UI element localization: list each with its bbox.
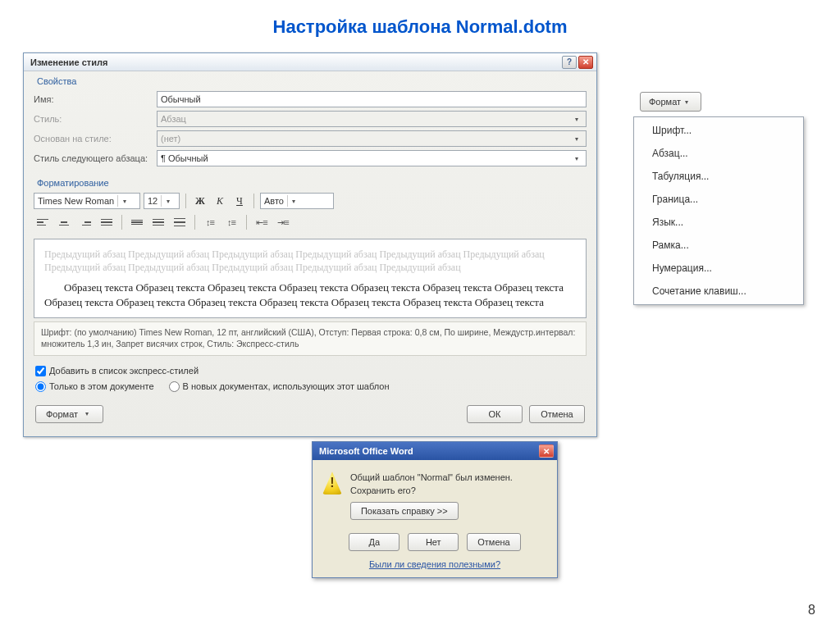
decrease-indent-button[interactable]: ⇤≡ bbox=[253, 214, 271, 230]
scope-this-doc-radio[interactable]: Только в этом документе bbox=[35, 381, 154, 392]
separator bbox=[121, 215, 122, 230]
slide-title: Настройка шаблона Normal.dotm bbox=[0, 16, 840, 38]
add-quickstyle-input[interactable] bbox=[35, 366, 46, 376]
scope-template-label: В новых документах, использующих этот ша… bbox=[183, 381, 390, 391]
close-icon[interactable]: ✕ bbox=[578, 56, 593, 69]
menu-item-language[interactable]: Язык... bbox=[634, 211, 803, 234]
separator bbox=[253, 194, 254, 208]
format-menu-button[interactable]: Формат ▾ bbox=[640, 92, 701, 112]
separator bbox=[246, 215, 247, 230]
menu-item-border[interactable]: Граница... bbox=[634, 188, 803, 211]
preview-pane: Предыдущий абзац Предыдущий абзац Предыд… bbox=[34, 239, 587, 318]
name-input[interactable]: Обычный bbox=[157, 91, 587, 107]
line-spacing-1-button[interactable] bbox=[128, 214, 146, 230]
separator bbox=[194, 215, 195, 230]
nextstyle-select[interactable]: ¶ Обычный ▾ bbox=[157, 150, 587, 166]
underline-button[interactable]: Ч bbox=[231, 193, 248, 209]
no-button[interactable]: Нет bbox=[408, 533, 459, 551]
ok-button[interactable]: ОК bbox=[467, 405, 523, 423]
align-justify-button[interactable] bbox=[98, 214, 116, 230]
spacing-before-dec-button[interactable]: ↕≡ bbox=[222, 214, 240, 230]
font-size-value: 12 bbox=[148, 196, 158, 206]
scope-template-radio[interactable]: В новых документах, использующих этот ша… bbox=[169, 381, 390, 392]
format-menu-popover: Формат ▾ Шрифт... Абзац... Табуляция... … bbox=[633, 92, 804, 305]
line-spacing-1-5-button[interactable] bbox=[149, 214, 167, 230]
menu-item-shortcut[interactable]: Сочетание клавиш... bbox=[634, 280, 803, 303]
menu-item-numbering[interactable]: Нумерация... bbox=[634, 257, 803, 280]
help-icon[interactable]: ? bbox=[562, 56, 577, 69]
dialog-titlebar[interactable]: Изменение стиля ? ✕ bbox=[24, 53, 596, 71]
styletype-select: Абзац ▾ bbox=[157, 111, 587, 127]
styletype-label: Стиль: bbox=[34, 114, 157, 124]
confirm-message: Общий шаблон "Normal" был изменен. Сохра… bbox=[350, 472, 547, 497]
page-number: 8 bbox=[808, 603, 815, 618]
preview-sample-text: Образец текста Образец текста Образец те… bbox=[44, 280, 576, 309]
scope-template-input[interactable] bbox=[169, 381, 180, 392]
format-button[interactable]: Формат ▾ bbox=[35, 405, 103, 423]
scope-this-doc-label: Только в этом документе bbox=[49, 381, 154, 391]
chevron-down-icon[interactable]: ▾ bbox=[287, 195, 299, 207]
chevron-down-icon: ▾ bbox=[571, 113, 582, 125]
basedon-label: Основан на стиле: bbox=[34, 134, 157, 144]
feedback-link[interactable]: Были ли сведения полезными? bbox=[369, 559, 500, 569]
chevron-down-icon: ▾ bbox=[571, 133, 582, 144]
formatting-toolbar-1: Times New Roman ▾ 12 ▾ Ж К Ч Авто ▾ bbox=[29, 189, 591, 212]
chevron-down-icon[interactable]: ▾ bbox=[117, 195, 129, 207]
close-icon[interactable]: ✕ bbox=[539, 444, 554, 458]
scope-this-doc-input[interactable] bbox=[35, 381, 46, 392]
preview-context-text: Предыдущий абзац Предыдущий абзац Предыд… bbox=[44, 248, 576, 274]
menu-item-frame[interactable]: Рамка... bbox=[634, 234, 803, 257]
font-color-value: Авто bbox=[264, 196, 284, 206]
confirm-cancel-button[interactable]: Отмена bbox=[467, 533, 520, 551]
name-value: Обычный bbox=[161, 94, 201, 104]
confirm-titlebar[interactable]: Microsoft Office Word ✕ bbox=[313, 442, 557, 460]
chevron-down-icon: ▾ bbox=[81, 408, 93, 420]
format-menu-button-label: Формат bbox=[649, 97, 681, 107]
spacing-before-inc-button[interactable]: ↕≡ bbox=[201, 214, 219, 230]
format-menu: Шрифт... Абзац... Табуляция... Граница..… bbox=[633, 116, 804, 305]
name-label: Имя: bbox=[34, 94, 157, 104]
add-quickstyle-checkbox[interactable]: Добавить в список экспресс-стилей bbox=[35, 366, 585, 376]
font-size-select[interactable]: 12 ▾ bbox=[144, 193, 180, 209]
style-summary: Шрифт: (по умолчанию) Times New Roman, 1… bbox=[34, 321, 587, 355]
align-center-button[interactable] bbox=[55, 214, 73, 230]
chevron-down-icon[interactable]: ▾ bbox=[161, 195, 172, 207]
confirm-dialog: Microsoft Office Word ✕ ! Общий шаблон "… bbox=[312, 441, 558, 578]
chevron-down-icon[interactable]: ▾ bbox=[571, 153, 582, 164]
nextstyle-label: Стиль следующего абзаца: bbox=[34, 153, 157, 163]
align-left-button[interactable] bbox=[34, 214, 52, 230]
warning-icon: ! bbox=[322, 472, 342, 495]
line-spacing-2-button[interactable] bbox=[171, 214, 189, 230]
modify-style-dialog: Изменение стиля ? ✕ Свойства Имя: Обычны… bbox=[23, 52, 597, 437]
increase-indent-button[interactable]: ⇥≡ bbox=[274, 214, 292, 230]
section-formatting-label: Форматирование bbox=[29, 173, 591, 189]
menu-item-font[interactable]: Шрифт... bbox=[634, 119, 803, 142]
nextstyle-value: ¶ Обычный bbox=[161, 153, 208, 163]
separator bbox=[185, 194, 186, 208]
dialog-title: Изменение стиля bbox=[30, 57, 560, 67]
styletype-value: Абзац bbox=[161, 114, 186, 124]
section-properties-label: Свойства bbox=[29, 71, 591, 88]
feedback-link-area: Были ли сведения полезными? bbox=[313, 556, 557, 577]
basedon-select: (нет) ▾ bbox=[157, 130, 587, 147]
cancel-button[interactable]: Отмена bbox=[529, 405, 585, 423]
yes-button[interactable]: Да bbox=[349, 533, 399, 551]
font-family-value: Times New Roman bbox=[38, 196, 114, 206]
italic-button[interactable]: К bbox=[212, 193, 228, 209]
confirm-title: Microsoft Office Word bbox=[319, 446, 413, 456]
basedon-value: (нет) bbox=[161, 134, 180, 144]
font-family-select[interactable]: Times New Roman ▾ bbox=[34, 193, 140, 209]
menu-item-tabs[interactable]: Табуляция... bbox=[634, 165, 803, 188]
format-button-label: Формат bbox=[46, 409, 78, 419]
menu-item-paragraph[interactable]: Абзац... bbox=[634, 142, 803, 165]
add-quickstyle-label: Добавить в список экспресс-стилей bbox=[49, 366, 199, 376]
font-color-select[interactable]: Авто ▾ bbox=[260, 193, 334, 209]
formatting-toolbar-2: ↕≡ ↕≡ ⇤≡ ⇥≡ bbox=[29, 212, 591, 235]
show-help-button[interactable]: Показать справку >> bbox=[350, 502, 459, 520]
chevron-down-icon: ▾ bbox=[681, 96, 692, 107]
align-right-button[interactable] bbox=[76, 214, 94, 230]
bold-button[interactable]: Ж bbox=[192, 193, 208, 209]
